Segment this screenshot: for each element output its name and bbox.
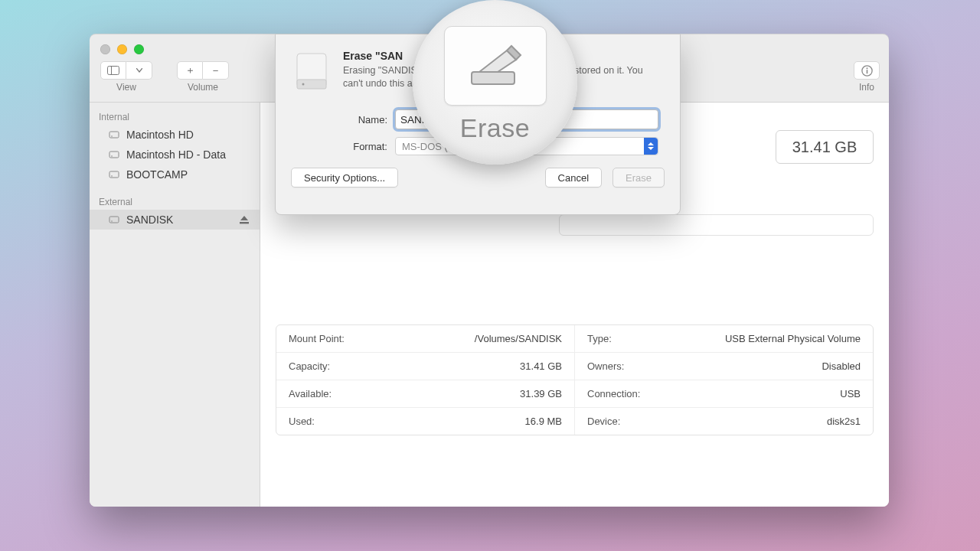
toolbar-info-group: Info	[854, 61, 880, 93]
available-label: Available:	[289, 388, 332, 399]
erase-button[interactable]: Erase	[612, 168, 665, 187]
svg-rect-11	[109, 171, 119, 178]
sidebar-item-bootcamp[interactable]: BOOTCAMP	[90, 165, 260, 184]
sidebar-item-macintosh-hd[interactable]: Macintosh HD	[90, 125, 260, 145]
drive-icon	[108, 129, 120, 141]
capacity-readout: 31.41 GB	[776, 130, 874, 164]
cancel-button[interactable]: Cancel	[545, 168, 602, 187]
toolbar-volume-label: Volume	[177, 82, 229, 93]
connection-label: Connection:	[587, 388, 640, 399]
toolbar-view-group: View	[100, 61, 152, 93]
toolbar-info-label: Info	[854, 82, 880, 93]
select-arrows-icon	[644, 138, 658, 155]
device-label: Device:	[587, 416, 620, 427]
erase-toolbar-button[interactable]	[444, 26, 547, 106]
close-button[interactable]	[100, 44, 110, 54]
info-icon	[861, 65, 873, 77]
sidebar-external-header: External	[90, 192, 260, 210]
capacity-value: 31.41 GB	[520, 360, 562, 372]
view-menu-button[interactable]	[126, 61, 152, 80]
format-label: Format:	[291, 141, 395, 152]
usage-bar	[559, 214, 874, 236]
erase-icon	[467, 41, 524, 90]
info-table: Mount Point:/Volumes/SANDISK Type:USB Ex…	[276, 324, 874, 435]
view-sidebar-toggle[interactable]	[100, 61, 126, 80]
sidebar-item-label: SANDISK	[126, 214, 173, 226]
sidebar: Internal Macintosh HD Macintosh HD - Dat…	[90, 103, 260, 507]
volume-add-button[interactable]: ＋	[177, 61, 203, 80]
mount-point-value: /Volumes/SANDISK	[475, 333, 562, 344]
security-options-button[interactable]: Security Options...	[291, 168, 398, 187]
svg-rect-13	[109, 217, 119, 223]
sidebar-item-label: Macintosh HD	[126, 129, 194, 141]
info-button[interactable]	[854, 61, 880, 80]
svg-rect-6	[866, 70, 867, 73]
plus-icon: ＋	[185, 64, 195, 77]
connection-value: USB	[840, 388, 861, 399]
traffic-lights	[100, 44, 144, 54]
svg-rect-19	[472, 72, 514, 84]
svg-rect-9	[109, 152, 119, 158]
volume-remove-button[interactable]: −	[203, 61, 229, 80]
zoom-button[interactable]	[134, 44, 144, 54]
toolbar-volume-group: ＋ − Volume	[177, 61, 229, 93]
eject-icon[interactable]	[240, 214, 249, 227]
chevron-down-icon	[136, 68, 142, 73]
sidebar-item-macintosh-hd-data[interactable]: Macintosh HD - Data	[90, 145, 260, 165]
sidebar-item-sandisk[interactable]: SANDISK	[90, 210, 260, 230]
minimize-button[interactable]	[117, 44, 127, 54]
svg-point-10	[111, 155, 113, 157]
drive-large-icon	[291, 50, 332, 96]
owners-value: Disabled	[822, 360, 861, 372]
name-label: Name:	[291, 114, 395, 126]
svg-point-8	[111, 135, 113, 137]
device-value: disk2s1	[827, 416, 861, 427]
sidebar-item-label: Macintosh HD - Data	[126, 148, 226, 161]
owners-label: Owners:	[587, 360, 624, 372]
svg-rect-0	[108, 67, 119, 75]
svg-point-14	[111, 220, 113, 222]
used-label: Used:	[289, 416, 315, 427]
svg-point-18	[302, 83, 305, 86]
svg-rect-7	[109, 132, 119, 138]
capacity-label: Capacity:	[289, 360, 330, 372]
sidebar-internal-header: Internal	[90, 107, 260, 125]
type-label: Type:	[587, 333, 612, 344]
minus-icon: −	[213, 65, 219, 77]
type-value: USB External Physical Volume	[725, 333, 861, 344]
svg-point-5	[866, 67, 867, 69]
toolbar-view-label: View	[100, 82, 152, 93]
sidebar-item-label: BOOTCAMP	[126, 168, 188, 181]
external-drive-icon	[108, 214, 120, 226]
mount-point-label: Mount Point:	[289, 333, 345, 344]
erase-highlight-bubble: Erase	[413, 0, 577, 165]
drive-icon	[108, 168, 120, 181]
svg-rect-15	[240, 222, 249, 223]
used-value: 16.9 MB	[525, 416, 562, 427]
svg-point-12	[111, 175, 113, 177]
erase-highlight-caption: Erase	[460, 113, 530, 143]
available-value: 31.39 GB	[520, 388, 562, 399]
sidebar-icon	[107, 66, 119, 75]
svg-rect-17	[297, 80, 326, 89]
drive-icon	[108, 148, 120, 161]
